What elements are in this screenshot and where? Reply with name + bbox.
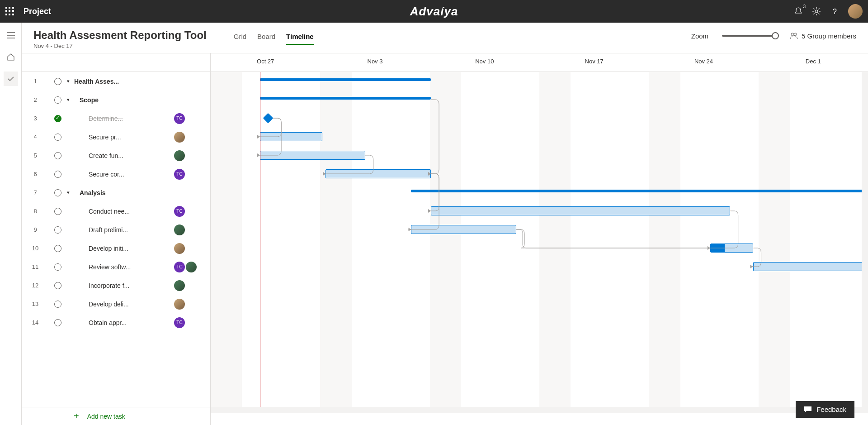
expand-chevron-icon[interactable]: ▾ [67, 97, 74, 103]
group-members-button[interactable]: 5 Group members [790, 32, 856, 40]
notifications-icon[interactable]: 3 [794, 7, 803, 16]
task-complete-checkbox[interactable] [54, 96, 61, 104]
tab-timeline[interactable]: Timeline [286, 33, 314, 45]
settings-icon[interactable] [812, 7, 821, 16]
task-bar[interactable] [710, 244, 753, 253]
task-row[interactable]: 5 Create fun... [22, 146, 210, 165]
tab-grid[interactable]: Grid [234, 33, 246, 45]
assignee-avatar[interactable] [186, 262, 197, 272]
task-name[interactable]: Develop deli... [74, 301, 174, 308]
task-row[interactable]: 12 Incorporate f... [22, 276, 210, 295]
assignee-avatar[interactable] [174, 243, 185, 254]
task-name[interactable]: Draft prelimi... [74, 226, 174, 234]
task-name[interactable]: Secure pr... [74, 134, 174, 141]
add-task-button[interactable]: + Add new task [22, 407, 210, 425]
task-complete-checkbox[interactable] [54, 245, 61, 252]
task-complete-checkbox[interactable] [54, 134, 61, 141]
task-bar[interactable] [260, 151, 365, 160]
task-complete-checkbox[interactable] [54, 282, 61, 289]
expand-chevron-icon[interactable]: ▾ [67, 190, 74, 196]
task-name[interactable]: Health Asses... [74, 78, 174, 85]
plus-icon: + [74, 411, 79, 421]
expand-chevron-icon[interactable] [67, 153, 74, 158]
task-row[interactable]: 2▾Scope [22, 91, 210, 109]
summary-bar[interactable] [411, 190, 868, 192]
expand-chevron-icon[interactable] [67, 227, 74, 233]
task-bar[interactable] [411, 225, 516, 234]
expand-chevron-icon[interactable] [67, 209, 74, 214]
task-row[interactable]: 6 Secure cor...TC [22, 165, 210, 183]
task-complete-checkbox[interactable] [54, 189, 61, 196]
gantt-chart-area[interactable] [211, 72, 868, 407]
app-launcher-icon[interactable] [5, 7, 14, 16]
expand-chevron-icon[interactable] [67, 301, 74, 307]
milestone-marker[interactable] [263, 113, 274, 124]
expand-chevron-icon[interactable] [67, 264, 74, 270]
assignee-avatar[interactable]: TC [174, 317, 185, 328]
nav-hamburger-icon[interactable] [4, 28, 18, 43]
task-name[interactable]: Review softw... [74, 263, 174, 271]
task-complete-checkbox[interactable] [54, 263, 61, 271]
task-complete-checkbox[interactable] [54, 78, 61, 85]
task-complete-checkbox[interactable] [54, 226, 61, 234]
feedback-button[interactable]: Feedback [796, 401, 854, 418]
assignee-avatar[interactable] [174, 150, 185, 161]
task-complete-checkbox[interactable] [54, 171, 61, 178]
home-icon[interactable] [4, 50, 18, 64]
task-complete-checkbox[interactable] [54, 152, 61, 159]
summary-bar[interactable] [260, 78, 431, 81]
task-row[interactable]: 11 Review softw...TC [22, 258, 210, 276]
task-bar[interactable] [326, 169, 431, 178]
expand-chevron-icon[interactable] [67, 246, 74, 251]
task-name[interactable]: Secure cor... [74, 171, 174, 178]
task-name[interactable]: Analysis [74, 189, 174, 196]
task-row[interactable]: 7▾Analysis [22, 183, 210, 202]
task-row[interactable]: 8 Conduct nee...TC [22, 202, 210, 220]
assignee-avatar[interactable] [174, 299, 185, 310]
assignee-avatar[interactable]: TC [174, 262, 185, 272]
task-bar[interactable] [431, 206, 730, 215]
task-bar[interactable] [260, 132, 322, 141]
task-bar[interactable] [753, 262, 868, 271]
task-name[interactable]: Create fun... [74, 152, 174, 159]
assignee-avatar[interactable]: TC [174, 113, 185, 124]
task-name[interactable]: Conduct nee... [74, 208, 174, 215]
assignee-avatar[interactable] [174, 280, 185, 291]
expand-chevron-icon[interactable] [67, 283, 74, 288]
task-name[interactable]: Develop initi... [74, 245, 174, 252]
task-complete-checkbox[interactable] [54, 115, 61, 122]
help-icon[interactable]: ? [830, 7, 839, 16]
zoom-slider[interactable] [722, 35, 776, 37]
task-complete-checkbox[interactable] [54, 301, 61, 308]
expand-chevron-icon[interactable]: ▾ [67, 78, 74, 84]
task-complete-checkbox[interactable] [54, 208, 61, 215]
assignee-avatar[interactable]: TC [174, 206, 185, 217]
expand-chevron-icon[interactable] [67, 116, 74, 121]
task-name[interactable]: Obtain appr... [74, 319, 174, 326]
checkmark-nav-icon[interactable] [4, 72, 18, 86]
task-name[interactable]: Determine... [74, 115, 174, 122]
user-avatar[interactable] [848, 4, 863, 19]
expand-chevron-icon[interactable] [67, 134, 74, 140]
vertical-scrollbar[interactable] [862, 72, 868, 407]
assignee-avatar[interactable]: TC [174, 169, 185, 180]
summary-bar[interactable] [260, 97, 431, 100]
expand-chevron-icon[interactable] [67, 172, 74, 177]
task-row[interactable]: 4 Secure pr... [22, 128, 210, 146]
task-row[interactable]: 1▾Health Asses... [22, 72, 210, 91]
task-row[interactable]: 3 Determine...TC [22, 109, 210, 128]
task-complete-checkbox[interactable] [54, 319, 61, 326]
zoom-slider-thumb[interactable] [772, 32, 779, 39]
assignee-avatar[interactable] [174, 224, 185, 235]
assignee-avatar[interactable] [174, 132, 185, 143]
task-row[interactable]: 10 Develop initi... [22, 239, 210, 258]
task-row[interactable]: 13 Develop deli... [22, 295, 210, 313]
task-name[interactable]: Incorporate f... [74, 282, 174, 289]
task-row[interactable]: 14 Obtain appr...TC [22, 313, 210, 332]
task-name[interactable]: Scope [74, 96, 174, 104]
tab-board[interactable]: Board [257, 33, 275, 45]
task-row[interactable]: 9 Draft prelimi... [22, 220, 210, 239]
horizontal-scrollbar[interactable] [211, 407, 868, 413]
gantt-row [211, 220, 868, 239]
expand-chevron-icon[interactable] [67, 320, 74, 325]
